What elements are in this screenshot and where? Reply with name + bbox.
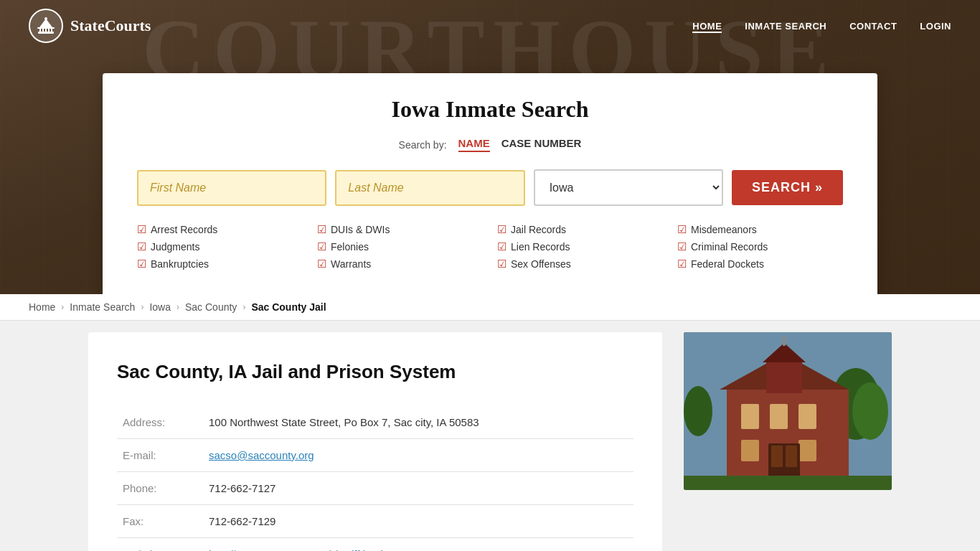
address-row: Address: 100 Northwest State Street, Po … xyxy=(117,406,633,439)
breadcrumb-link[interactable]: Home xyxy=(29,301,55,313)
svg-rect-25 xyxy=(684,476,892,490)
nav-links: HOME INMATE SEARCH CONTACT LOGIN xyxy=(692,19,951,32)
nav-inmate-search[interactable]: INMATE SEARCH xyxy=(745,21,826,32)
logo-icon xyxy=(29,9,63,43)
svg-point-11 xyxy=(852,382,888,440)
record-item: ☑Criminal Records xyxy=(677,240,843,253)
svg-rect-7 xyxy=(37,27,55,29)
facility-title: Sac County, IA Jail and Prison System xyxy=(117,361,633,383)
tab-name[interactable]: NAME xyxy=(458,137,490,152)
fax-row: Fax: 712-662-7129 xyxy=(117,505,633,538)
check-icon: ☑ xyxy=(497,240,507,253)
breadcrumb-separator: › xyxy=(176,302,179,312)
breadcrumb-current: Sac County Jail xyxy=(251,301,326,313)
check-icon: ☑ xyxy=(137,223,146,236)
svg-rect-19 xyxy=(798,404,816,429)
breadcrumb-separator: › xyxy=(242,302,245,312)
email-value[interactable]: sacso@saccounty.org xyxy=(203,439,633,472)
record-item: ☑Judgments xyxy=(137,240,303,253)
svg-rect-3 xyxy=(42,29,44,32)
svg-rect-21 xyxy=(798,440,816,461)
address-label: Address: xyxy=(117,406,203,439)
phone-label: Phone: xyxy=(117,472,203,505)
breadcrumb: Home›Inmate Search›Iowa›Sac County›Sac C… xyxy=(0,294,980,321)
logo[interactable]: StateCourts xyxy=(29,9,151,43)
search-by-row: Search by: NAME CASE NUMBER xyxy=(137,137,843,152)
check-icon: ☑ xyxy=(137,240,146,253)
first-name-input[interactable] xyxy=(137,170,326,206)
main-content: Sac County, IA Jail and Prison System Ad… xyxy=(60,321,920,551)
breadcrumb-link[interactable]: Sac County xyxy=(185,301,237,313)
breadcrumb-separator: › xyxy=(141,302,143,312)
search-by-label: Search by: xyxy=(399,139,447,151)
svg-rect-17 xyxy=(741,404,759,429)
search-card: Iowa Inmate Search Search by: NAME CASE … xyxy=(103,73,877,294)
svg-rect-20 xyxy=(741,440,759,461)
breadcrumb-link[interactable]: Inmate Search xyxy=(70,301,135,313)
website-label: Website: xyxy=(117,538,203,552)
tab-case-number[interactable]: CASE NUMBER xyxy=(501,137,582,152)
svg-rect-4 xyxy=(45,29,47,32)
nav-home[interactable]: HOME xyxy=(692,21,722,33)
email-row: E-mail: sacso@saccounty.org xyxy=(117,439,633,472)
nav-contact[interactable]: CONTACT xyxy=(849,21,897,32)
search-title: Iowa Inmate Search xyxy=(137,96,843,123)
website-row: Website: http://www.saccounty.org/sherif… xyxy=(117,538,633,552)
phone-value: 712-662-7127 xyxy=(203,472,633,505)
record-label: Bankruptcies xyxy=(151,258,209,270)
check-icon: ☑ xyxy=(137,258,146,270)
check-icon: ☑ xyxy=(497,258,507,270)
facility-image xyxy=(684,332,892,490)
record-item: ☑Jail Records xyxy=(497,223,663,236)
navigation: StateCourts HOME INMATE SEARCH CONTACT L… xyxy=(0,0,980,52)
nav-login[interactable]: LOGIN xyxy=(920,21,951,32)
svg-rect-2 xyxy=(39,29,41,32)
email-label: E-mail: xyxy=(117,439,203,472)
record-item: ☑Arrest Records xyxy=(137,223,303,236)
address-value: 100 Northwest State Street, Po Box 7, Sa… xyxy=(203,406,633,439)
record-item: ☑Warrants xyxy=(317,258,483,270)
record-label: DUIs & DWIs xyxy=(331,224,390,235)
svg-rect-24 xyxy=(786,446,797,467)
svg-rect-5 xyxy=(48,29,50,32)
svg-rect-15 xyxy=(766,361,802,393)
record-label: Federal Dockets xyxy=(691,258,764,270)
fax-value: 712-662-7129 xyxy=(203,505,633,538)
fax-label: Fax: xyxy=(117,505,203,538)
record-label: Arrest Records xyxy=(151,224,217,235)
check-icon: ☑ xyxy=(677,240,687,253)
check-icon: ☑ xyxy=(317,223,326,236)
record-item: ☑DUIs & DWIs xyxy=(317,223,483,236)
record-item: ☑Felonies xyxy=(317,240,483,253)
record-label: Warrants xyxy=(331,258,371,270)
record-label: Jail Records xyxy=(511,224,566,235)
svg-point-12 xyxy=(684,386,712,436)
record-label: Felonies xyxy=(331,241,369,253)
record-label: Sex Offenses xyxy=(511,258,571,270)
records-grid: ☑Arrest Records☑DUIs & DWIs☑Jail Records… xyxy=(137,223,843,270)
record-item: ☑Sex Offenses xyxy=(497,258,663,270)
record-item: ☑Misdemeanors xyxy=(677,223,843,236)
search-button[interactable]: SEARCH » xyxy=(732,170,843,205)
record-item: ☑Lien Records xyxy=(497,240,663,253)
check-icon: ☑ xyxy=(317,258,326,270)
record-item: ☑Bankruptcies xyxy=(137,258,303,270)
content-card: Sac County, IA Jail and Prison System Ad… xyxy=(88,332,662,551)
breadcrumb-link[interactable]: Iowa xyxy=(149,301,171,313)
record-label: Misdemeanors xyxy=(691,224,757,235)
record-item: ☑Federal Dockets xyxy=(677,258,843,270)
logo-text: StateCourts xyxy=(70,17,151,35)
state-select[interactable]: Iowa Alabama Alaska Arizona Arkansas Cal… xyxy=(534,169,723,206)
last-name-input[interactable] xyxy=(335,170,524,206)
svg-rect-26 xyxy=(783,336,786,346)
website-value[interactable]: http://www.saccounty.org/sheriff.html xyxy=(203,538,633,552)
search-inputs: Iowa Alabama Alaska Arizona Arkansas Cal… xyxy=(137,169,843,206)
record-label: Lien Records xyxy=(511,241,570,253)
svg-rect-23 xyxy=(771,446,783,467)
check-icon: ☑ xyxy=(677,223,687,236)
svg-marker-8 xyxy=(39,19,52,27)
svg-rect-6 xyxy=(51,29,52,32)
record-label: Judgments xyxy=(151,241,199,253)
check-icon: ☑ xyxy=(497,223,507,236)
svg-rect-18 xyxy=(770,404,788,429)
